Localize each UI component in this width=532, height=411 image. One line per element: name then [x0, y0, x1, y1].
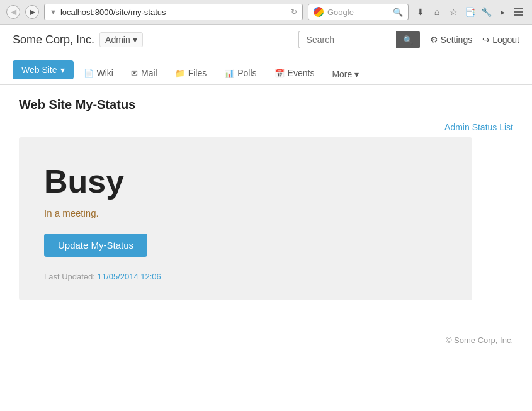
mail-nav-label: Mail: [141, 68, 157, 78]
search-container: 🔍: [298, 31, 420, 48]
chrome-toolbar: ⬇ ⌂ ☆ 📑 🔧 ▸: [414, 5, 526, 19]
page-content: Web Site My-Status Admin Status List Bus…: [0, 85, 532, 313]
security-icon: ▼: [50, 8, 57, 16]
browser-chrome: ◀ ▶ ▼ localhost:8000/site/my-status ↻ Go…: [0, 0, 532, 25]
address-bar[interactable]: ▼ localhost:8000/site/my-status ↻: [44, 4, 303, 20]
polls-nav-link[interactable]: 📊 Polls: [217, 63, 264, 84]
more-nav-label: More: [332, 69, 352, 79]
status-message: In a meeting.: [44, 208, 447, 218]
mail-nav-link[interactable]: ✉ Mail: [123, 63, 165, 84]
home-icon[interactable]: ⌂: [430, 5, 444, 19]
events-nav-label: Events: [288, 68, 315, 78]
wiki-nav-label: Wiki: [97, 68, 113, 78]
back-button[interactable]: ◀: [6, 5, 20, 19]
settings-link[interactable]: ⚙ Settings: [430, 35, 473, 45]
more-nav-button[interactable]: More ▾: [324, 64, 366, 84]
app-header: Some Corp, Inc. Admin ▾ 🔍 ⚙ Settings ↪ L…: [0, 25, 532, 55]
bookmark-icon[interactable]: 📑: [463, 5, 477, 19]
status-heading: Busy: [44, 162, 447, 200]
header-links: ⚙ Settings ↪ Logout: [430, 35, 519, 45]
files-nav-label: Files: [188, 68, 207, 78]
wiki-icon: 📄: [84, 69, 94, 78]
page-footer: © Some Corp, Inc.: [0, 325, 532, 355]
wiki-nav-link[interactable]: 📄 Wiki: [76, 63, 121, 84]
brand-name: Some Corp, Inc.: [13, 33, 94, 47]
last-updated-container: Last Updated: 11/05/2014 12:06: [44, 272, 447, 281]
page-title: Web Site My-Status: [19, 98, 513, 112]
website-nav-dropdown-icon: ▾: [60, 65, 65, 75]
extensions-icon[interactable]: 🔧: [479, 5, 493, 19]
settings-icon: ⚙: [430, 35, 438, 45]
star-icon[interactable]: ☆: [446, 5, 460, 19]
chrome-more-icon[interactable]: ▸: [495, 5, 509, 19]
events-icon: 📅: [274, 69, 285, 78]
forward-button[interactable]: ▶: [25, 5, 39, 19]
mail-icon: ✉: [131, 69, 138, 78]
last-updated-label: Last Updated:: [44, 272, 95, 281]
files-icon: 📁: [175, 69, 185, 78]
website-nav-label: Web Site: [21, 65, 57, 75]
refresh-icon: ↻: [291, 8, 297, 16]
search-input[interactable]: [298, 31, 396, 48]
admin-dropdown[interactable]: Admin ▾: [99, 32, 143, 47]
events-nav-link[interactable]: 📅 Events: [267, 63, 322, 84]
polls-icon: 📊: [224, 69, 234, 78]
logout-icon: ↪: [482, 35, 490, 45]
admin-dropdown-icon: ▾: [133, 35, 137, 45]
url-text: localhost:8000/site/my-status: [60, 8, 287, 17]
chrome-search-icon: 🔍: [393, 8, 403, 17]
more-nav-icon: ▾: [354, 69, 359, 79]
nav-bar: Web Site ▾ 📄 Wiki ✉ Mail 📁 Files 📊 Polls…: [0, 55, 532, 85]
admin-status-link-container: Admin Status List: [19, 122, 513, 132]
files-nav-link[interactable]: 📁 Files: [167, 63, 215, 84]
website-nav-button[interactable]: Web Site ▾: [13, 60, 74, 79]
google-icon: [314, 7, 324, 17]
copyright-text: © Some Corp, Inc.: [446, 335, 513, 345]
logout-link[interactable]: ↪ Logout: [482, 35, 519, 45]
admin-label: Admin: [105, 35, 130, 45]
chrome-menu-button[interactable]: [512, 5, 526, 19]
status-card: Busy In a meeting. Update My-Status Last…: [19, 137, 472, 300]
chrome-search-placeholder: Google: [327, 8, 354, 17]
last-updated-value: 11/05/2014 12:06: [98, 272, 161, 281]
admin-status-list-link[interactable]: Admin Status List: [444, 122, 513, 132]
update-status-button[interactable]: Update My-Status: [44, 234, 147, 257]
logout-label: Logout: [492, 35, 519, 45]
settings-label: Settings: [441, 35, 473, 45]
search-button[interactable]: 🔍: [396, 31, 420, 48]
chrome-search-bar[interactable]: Google 🔍: [308, 4, 409, 20]
polls-nav-label: Polls: [237, 68, 256, 78]
download-icon[interactable]: ⬇: [414, 5, 427, 19]
